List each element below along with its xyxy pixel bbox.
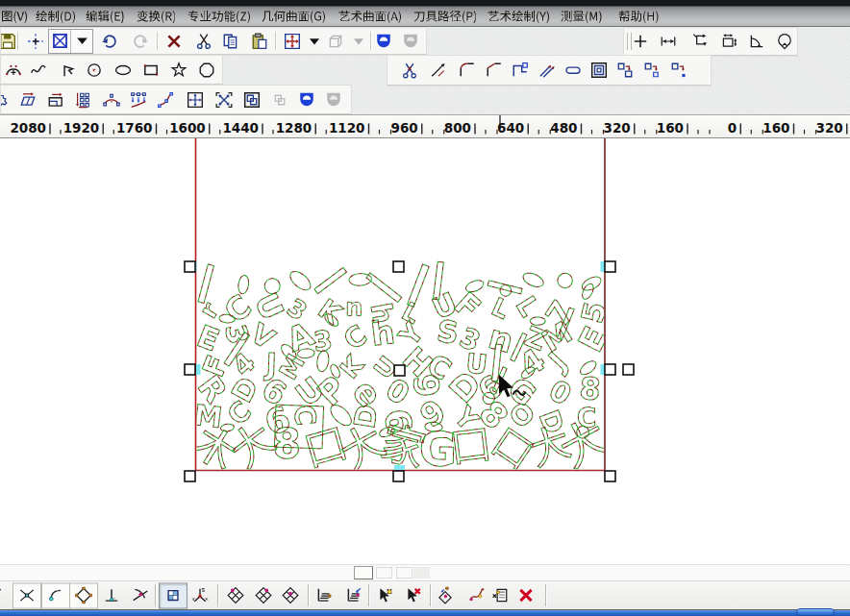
xform-arrows-icon [284,33,301,50]
toolbar-transform [0,85,352,114]
selection-handle[interactable] [605,364,615,375]
paste-button[interactable] [247,30,272,53]
measure-step-icon [691,33,709,50]
draw-ellipse-button[interactable] [111,59,136,82]
selection-handle[interactable] [185,364,195,375]
tr-arc-pts-button[interactable] [99,88,124,111]
horizontal-scrollbar[interactable] [0,564,850,580]
measure-step-button[interactable] [688,30,712,53]
mod-slot-button[interactable] [561,59,586,82]
draw-arc-button[interactable] [1,59,26,82]
mod-chamfer-button[interactable] [482,59,507,82]
pick-mode-combo[interactable] [48,29,93,54]
svg-text:800: 800 [444,120,471,136]
tr-array-button[interactable] [71,88,96,111]
cut-icon [195,33,212,50]
tr-skew-button[interactable] [15,88,40,111]
draw-star-button[interactable] [166,59,191,82]
mod-offset-button[interactable] [587,59,612,82]
snap-drop-button[interactable] [431,582,460,608]
selection-handle[interactable] [393,471,404,481]
mod-array3-button[interactable] [666,59,691,82]
tr-bbox-arrows-button[interactable] [183,88,208,111]
menu-item-toolpath[interactable] [413,9,480,25]
selection-handle[interactable] [393,261,404,272]
delete-button[interactable] [162,30,187,53]
cut-button[interactable] [191,30,216,53]
mod-array2-button[interactable] [639,59,664,82]
snap-perp-button[interactable] [97,582,126,608]
draw-polyline-button[interactable] [56,59,81,82]
mod-fillet-button[interactable] [455,59,480,82]
snap-tangent-button[interactable] [126,582,155,608]
pick-box-button[interactable] [49,30,70,53]
status-scroll-thumb[interactable] [796,608,835,616]
tr-spline-pts-button[interactable] [153,88,178,111]
mod-array1-button[interactable] [612,59,638,82]
tr-scale-button[interactable] [43,88,68,111]
tr-group-button[interactable] [239,88,264,111]
draw-circle-button[interactable] [82,59,107,82]
measure-angle-button[interactable] [744,30,769,53]
snap-axis-button[interactable] [186,582,214,608]
selection-handle[interactable] [623,364,634,375]
mod-cut-button[interactable] [397,59,422,82]
snap-list-button[interactable] [486,582,514,608]
snap-plane3-button[interactable] [276,582,305,608]
menu-item-geo-surface[interactable] [262,9,328,25]
selection-handle[interactable] [605,471,615,481]
selection-pivot[interactable] [394,365,405,376]
menu-item-view[interactable] [1,9,31,25]
copy-button[interactable] [218,30,243,53]
mod-trim-button[interactable] [426,59,451,82]
snap-grid-button[interactable] [159,582,188,608]
measure-rect-button[interactable] [716,30,741,53]
drawing-canvas[interactable] [0,138,850,564]
snap-plane2-button[interactable] [249,582,278,608]
selection-handle[interactable] [185,471,195,481]
measure-dist-button[interactable] [656,30,681,53]
hscroll-ghost [376,567,392,579]
snap-pick-button[interactable] [371,582,400,608]
shield-blue-button[interactable] [371,30,396,53]
snap-pick-del-icon [405,587,422,604]
mod-corner-button[interactable] [508,59,533,82]
snap-cross-button[interactable] [23,30,48,53]
snap-quadrant-button[interactable] [69,582,98,608]
menu-item-help[interactable] [618,9,662,25]
snap-plane1-button[interactable] [221,582,250,608]
arrow-down-button[interactable] [70,30,92,53]
menu-item-transform[interactable] [137,9,179,25]
measure-point-button[interactable] [628,30,653,53]
snap-layer-button[interactable] [310,582,338,608]
shield-blue-button[interactable] [294,88,319,111]
snap-intersect-button[interactable] [12,582,41,608]
hscroll-thumb[interactable] [354,566,373,579]
toolbar-separator [308,584,309,606]
nested-shapes[interactable] [188,261,611,474]
draw-rect-button[interactable] [138,59,163,82]
draw-polygon-button[interactable] [194,59,219,82]
tr-flow-button[interactable] [126,88,151,111]
selection-handle[interactable] [605,261,615,272]
mod-array1-icon [616,62,634,79]
snap-delete-button[interactable] [512,582,540,608]
menu-item-art-draw[interactable] [488,9,553,25]
svg-text:320: 320 [604,120,631,136]
undo-button[interactable] [97,30,122,53]
snap-pick-del-button[interactable] [399,582,428,608]
draw-spline-button[interactable] [26,59,51,82]
menu-item-edit[interactable] [86,9,127,25]
menu-item-measure[interactable] [561,9,605,25]
measure-arc-button[interactable] [772,30,797,53]
status-scrollbar[interactable] [0,610,850,616]
menu-item-art-surface[interactable] [338,9,404,25]
menu-item-draw[interactable] [36,9,78,25]
snap-arc-button[interactable] [41,582,70,608]
mod-extend-button[interactable] [534,59,559,82]
redo-button [128,30,153,53]
tr-bbox-x-button[interactable] [212,88,237,111]
snap-layer2-button[interactable] [339,582,368,608]
selection-handle[interactable] [185,261,195,272]
menu-item-pro-functions[interactable] [188,9,253,25]
